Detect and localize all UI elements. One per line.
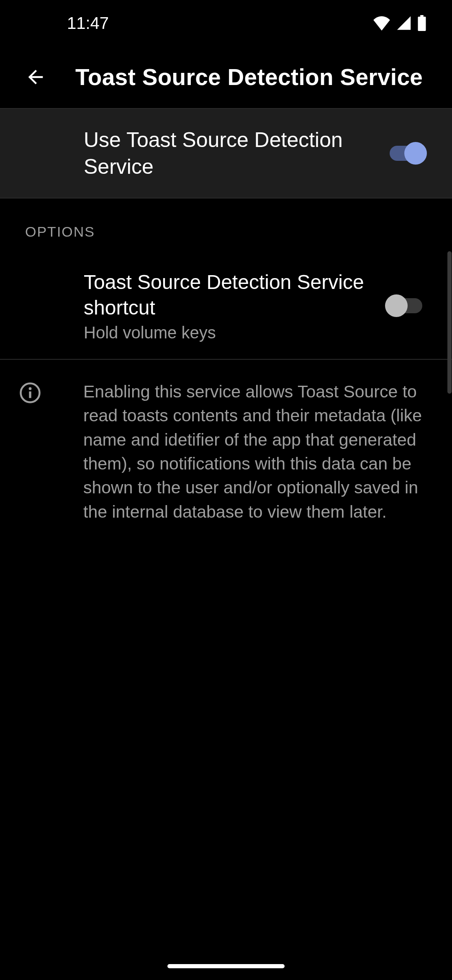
status-time: 11:47 xyxy=(67,14,109,33)
options-header: OPTIONS xyxy=(0,199,452,253)
shortcut-option-row[interactable]: Toast Source Detection Service shortcut … xyxy=(0,253,452,360)
battery-icon xyxy=(417,15,427,31)
info-text: Enabling this service allows Toast Sourc… xyxy=(83,380,427,524)
main-toggle-row[interactable]: Use Toast Source Detection Service xyxy=(0,109,452,199)
info-icon xyxy=(19,382,41,404)
shortcut-option-subtitle: Hold volume keys xyxy=(84,323,368,342)
arrow-back-icon xyxy=(25,66,46,88)
shortcut-option-title: Toast Source Detection Service shortcut xyxy=(84,269,368,321)
svg-point-2 xyxy=(29,387,32,390)
cellular-icon xyxy=(396,15,412,31)
navigation-handle[interactable] xyxy=(167,964,285,968)
app-header: Toast Source Detection Service xyxy=(0,46,452,109)
page-title: Toast Source Detection Service xyxy=(75,64,423,90)
scrollbar[interactable] xyxy=(447,251,452,394)
svg-rect-0 xyxy=(419,21,424,29)
back-button[interactable] xyxy=(17,58,54,96)
shortcut-toggle-switch[interactable] xyxy=(385,294,427,317)
svg-rect-3 xyxy=(29,392,31,398)
wifi-icon xyxy=(372,15,391,31)
main-toggle-label: Use Toast Source Detection Service xyxy=(84,126,368,180)
info-row: Enabling this service allows Toast Sourc… xyxy=(0,360,452,541)
status-bar: 11:47 xyxy=(0,0,452,46)
main-toggle-switch[interactable] xyxy=(385,142,427,165)
status-icons xyxy=(372,15,427,31)
